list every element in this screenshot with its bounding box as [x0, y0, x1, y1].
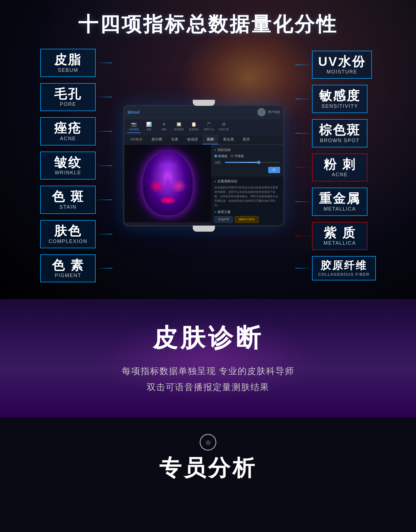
- camera-icon: 📷: [131, 122, 137, 127]
- indicator-acne-left-row: 痤疮 ACNE: [40, 117, 112, 145]
- tab-acne[interactable]: 刺刺: [202, 135, 219, 144]
- line-uv-moisture: [295, 65, 312, 65]
- uv-face-oval: [143, 152, 193, 215]
- desc-title: 定量测肤结论: [214, 179, 280, 184]
- panel-title-adjust: 调肤指标: [214, 148, 280, 152]
- indicator-metallica1-row: 重金属 METALLICA: [295, 188, 367, 216]
- monitor-device: Bitmaǐ 👤 用户信息 📷 拍照测肤 📊 皮肤: [123, 105, 284, 226]
- app-header: Bitmaǐ 👤 用户信息: [124, 106, 283, 119]
- tab-sensitivity[interactable]: 敏感度: [183, 135, 202, 144]
- toolbar-label-products: 推荐产品: [204, 128, 214, 131]
- right-panel-controls: 调肤指标 检测值 平滑值: [211, 145, 283, 176]
- indicator-acne-left: 痤疮 ACNE: [40, 117, 96, 145]
- bottom-title: 专员分析: [159, 453, 257, 483]
- app-logo: Bitmaǐ: [128, 110, 139, 114]
- measure-icon: ✦: [162, 122, 166, 127]
- sebum-zh: 皮脂: [46, 53, 90, 67]
- app-header-left: Bitmaǐ: [128, 110, 139, 114]
- section-diagnosis: 皮肤诊断 每项指标数据单独呈现 专业的皮肤科导师 双击可语音播报定量测肤结果: [0, 299, 416, 417]
- line-wrinkle: [96, 165, 112, 166]
- line-brown-spot: [295, 133, 312, 134]
- radio-dot-detection: [214, 155, 217, 157]
- section-indicators: 十四项指标总数据量化分性 皮脂 SEBUM 毛孔 PORE 痤疮: [0, 0, 416, 299]
- indicator-acne-right: 粉 刺 ACNE: [312, 154, 367, 182]
- radio-smooth[interactable]: 平滑值: [231, 154, 244, 158]
- diagnosis-title: 皮肤诊断: [153, 321, 263, 355]
- toolbar-label-camera: 拍照测肤: [129, 128, 139, 131]
- line-sebum: [96, 63, 112, 63]
- toolbar-item-custom[interactable]: ⚙ 定制方案: [217, 121, 231, 133]
- uv-spot-nose: [165, 174, 171, 190]
- main-content: 调肤指标 检测值 平滑值: [124, 145, 283, 226]
- recommend-btns: 控油护理 辅酶Q10黛皇: [214, 216, 280, 223]
- btn-row: 打: [214, 167, 280, 173]
- diagnosis-line2: 双击可语音播报定量测肤结果: [147, 382, 269, 392]
- toolbar-item-products[interactable]: 📱 推荐产品: [202, 121, 216, 133]
- toolbar-item-report[interactable]: 📋 皮肤报告: [187, 121, 201, 133]
- line-metallica2: [295, 236, 312, 236]
- tab-purple[interactable]: 紫质: [238, 135, 254, 144]
- rec-btn-oil[interactable]: 控油护理: [214, 216, 233, 223]
- toolbar-label-skin: 皮肤: [146, 128, 151, 131]
- wrinkle-zh: 皱纹: [46, 155, 90, 170]
- sebum-en: SEBUM: [46, 67, 90, 73]
- toolbar-label-custom: 定制方案: [219, 128, 229, 131]
- desc-text: 皮表脂肪性堵塞35%的死皮分泌过多是粉刺的主要原发性因素。皮肤可以在皮表皮肤的炎…: [214, 185, 280, 208]
- line-sensitivity: [295, 99, 312, 99]
- desc-area: 定量测肤结论 皮表脂肪性堵塞35%的死皮分泌过多是粉刺的主要原发性因素。皮肤可以…: [211, 176, 283, 226]
- acne-left-zh: 痤疮: [46, 121, 90, 135]
- pigment-zh: 色 素: [46, 258, 90, 272]
- monitor-stand: [193, 226, 215, 232]
- recommend-section: 推荐方案 控油护理 辅酶Q10黛皇: [214, 210, 280, 223]
- toolbar-item-atlas[interactable]: 🔲 肌肤图谱: [172, 121, 186, 133]
- toolbar-label-report: 皮肤报告: [189, 128, 199, 131]
- acne-left-en: ACNE: [46, 136, 90, 142]
- uv-spot-cheek-right: [171, 179, 187, 193]
- indicator-collagenous: 胶原纤维 COLLAGENOUS FIBER: [312, 256, 376, 280]
- tab-pigment[interactable]: 色素: [167, 135, 183, 144]
- brown-spot-en: BROWN SPOT: [318, 138, 361, 144]
- indicator-pigment-row: 色 素 PIGMENT: [40, 254, 112, 283]
- tab-metal[interactable]: 重金属: [219, 135, 238, 144]
- indicator-wrinkle-row: 皱纹 WRINKLE: [40, 152, 112, 180]
- toolbar: 📷 拍照测肤 📊 皮肤 ✦ 测肤 🔲 肌肤图谱: [124, 119, 283, 135]
- uv-spot-cheek-left: [148, 179, 165, 193]
- radio-detection[interactable]: 检测值: [214, 154, 227, 158]
- indicator-collagenous-row: 胶原纤维 COLLAGENOUS FIBER: [295, 256, 376, 280]
- slider-label: 油脂: [214, 160, 223, 165]
- radio-dot-smooth: [231, 155, 234, 157]
- indicator-metallica1: 重金属 METALLICA: [312, 188, 367, 216]
- indicator-pore-row: 毛孔 PORE: [40, 83, 112, 111]
- indicator-stain-row: 色 斑 STAIN: [40, 186, 112, 214]
- indicator-complexion-row: 肤色 COMPLEXION: [40, 220, 112, 248]
- brown-spot-zh: 棕色斑: [318, 123, 361, 137]
- app-header-right: 👤 用户信息: [257, 108, 280, 116]
- pore-zh: 毛孔: [46, 87, 90, 101]
- toolbar-item-camera[interactable]: 📷 拍照测肤: [127, 121, 141, 133]
- tab-uv-ring[interactable]: 紫外圈: [147, 135, 167, 144]
- btn-apply[interactable]: 打: [268, 167, 280, 173]
- collagenous-en: COLLAGENOUS FIBER: [318, 272, 370, 277]
- line-collagenous: [295, 268, 312, 268]
- rec-btn-q10[interactable]: 辅酶Q10黛皇: [235, 216, 258, 223]
- toolbar-item-measure[interactable]: ✦ 测肤: [157, 121, 171, 133]
- complexion-zh: 肤色: [46, 224, 90, 238]
- indicator-metallica2: 紫 质 METALLICA: [312, 222, 367, 250]
- tab-uv-moisture[interactable]: UV水分: [126, 135, 147, 144]
- metallica1-en: METALLICA: [318, 206, 361, 212]
- indicator-sebum: 皮脂 SEBUM: [40, 49, 96, 77]
- indicator-wrinkle: 皱纹 WRINKLE: [40, 152, 96, 180]
- toolbar-label-measure: 测肤: [161, 128, 166, 131]
- slider-track[interactable]: [225, 162, 280, 163]
- slider-thumb: [257, 161, 260, 164]
- radio-group: 检测值 平滑值: [214, 154, 280, 158]
- acne-right-en: ACNE: [318, 172, 361, 178]
- stain-zh: 色 斑: [46, 190, 90, 204]
- toolbar-item-skin[interactable]: 📊 皮肤: [142, 121, 156, 133]
- skin-icon: 📊: [146, 122, 152, 127]
- complexion-en: COMPLEXION: [46, 239, 90, 244]
- monitor-wrap: Bitmaǐ 👤 用户信息 📷 拍照测肤 📊 皮肤: [121, 100, 287, 232]
- report-icon: 📋: [191, 122, 197, 127]
- radio-label-smooth: 平滑值: [235, 154, 244, 158]
- indicators-right: UV水份 MOISTURE 敏感度 SENSITIVITY 棕色斑 BROWN …: [295, 51, 376, 280]
